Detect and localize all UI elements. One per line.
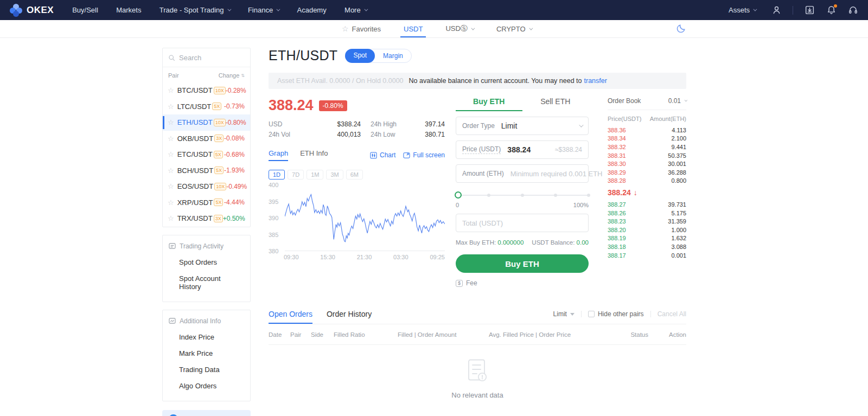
buy-sell-tabs: Buy ETH Sell ETH (456, 97, 589, 111)
market-stats: USD $388.24 24h High 397.14 24h Vol 400,… (269, 120, 445, 138)
change-sort-control[interactable]: Change⇅ (219, 72, 245, 79)
slider-max-label: 100% (573, 202, 589, 208)
order-book-bid-row[interactable]: 388.26 5.175 (608, 209, 686, 217)
sidebar-link[interactable]: Algo Orders (163, 375, 250, 391)
tab-order-history[interactable]: Order History (327, 310, 372, 324)
notifications-bell-icon[interactable] (826, 5, 837, 16)
margin-toggle-button[interactable]: Margin (375, 52, 411, 60)
pair-list-item[interactable]: ☆ ETC/USDT 5X -0.68% (163, 146, 250, 163)
order-type-select[interactable]: Order Type Limit (456, 117, 589, 135)
order-book-ask-row[interactable]: 388.36 4.113 (608, 126, 686, 135)
hide-other-pairs-checkbox[interactable]: Hide other pairs (588, 310, 644, 318)
time-range-button[interactable]: 1D (269, 170, 285, 180)
pair-list-item[interactable]: ☆ BCH/USDT 5X -1.93% (163, 163, 250, 179)
order-book-bid-row[interactable]: 388.27 39.731 (608, 200, 686, 209)
sidebar-link[interactable]: Spot Orders (163, 251, 250, 267)
favorites-tab[interactable]: ☆Favorites (342, 20, 381, 37)
fullscreen-link[interactable]: Full screen (403, 151, 445, 159)
spot-toggle-button[interactable]: Spot (345, 49, 375, 63)
order-book-bid-row[interactable]: 388.17 0.001 (608, 251, 686, 260)
order-filter-dropdown[interactable]: Limit (553, 310, 575, 318)
order-book-bid-row[interactable]: 388.23 31.359 (608, 217, 686, 226)
favorite-star-icon[interactable]: ☆ (168, 135, 174, 143)
sidebar-link[interactable]: Trading Data (163, 359, 250, 375)
search-input[interactable] (179, 54, 239, 62)
pair-list-item[interactable]: ☆ ETH/USDT 10X -0.80% (163, 114, 250, 131)
search-icon (168, 54, 175, 61)
order-book-ask-row[interactable]: 388.30 30.001 (608, 159, 686, 168)
favorite-star-icon[interactable]: ☆ (168, 182, 174, 190)
transfer-link[interactable]: transfer (584, 77, 607, 85)
pair-list-item[interactable]: ☆ TRX/USDT 3X +0.50% (163, 210, 250, 227)
amount-input[interactable] (510, 170, 606, 178)
total-input[interactable] (462, 219, 582, 227)
order-book-ask-row[interactable]: 388.29 36.288 (608, 168, 686, 177)
search-box[interactable] (163, 48, 250, 67)
topnav-item[interactable]: Finance (248, 6, 279, 14)
tab-open-orders[interactable]: Open Orders (269, 310, 312, 324)
tab-graph[interactable]: Graph (269, 149, 288, 161)
okex-logo[interactable]: OKEX (10, 4, 54, 17)
support-headset-icon[interactable] (847, 5, 858, 16)
price-field[interactable]: Price (USDT) 388.24 ≈$388.24 (456, 140, 589, 159)
change-percent: -1.93% (224, 167, 245, 174)
time-range-button[interactable]: 6M (346, 170, 363, 180)
order-book-ask-row[interactable]: 388.32 9.441 (608, 143, 686, 151)
market-tab[interactable]: USDⓈ (445, 20, 473, 37)
favorite-star-icon[interactable]: ☆ (168, 214, 174, 222)
tab-eth-info[interactable]: ETH Info (300, 149, 328, 161)
order-book-bid-row[interactable]: 388.20 1.000 (608, 226, 686, 234)
amount-percent-slider[interactable] (456, 191, 589, 199)
sidebar-link[interactable]: Mark Price (163, 342, 250, 359)
order-book-bid-row[interactable]: 388.19 1.632 (608, 234, 686, 243)
order-book-title: Order Book (608, 97, 641, 105)
pair-list-item[interactable]: ☆ BTC/USDT 10X -0.28% (163, 82, 250, 99)
time-range-button[interactable]: 1M (307, 170, 323, 180)
amount-field[interactable]: Amount (ETH) (456, 164, 589, 183)
topnav-item[interactable]: Buy/Sell (72, 6, 98, 14)
cancel-all-button[interactable]: Cancel All (658, 310, 686, 318)
order-book-last-price[interactable]: 388.24 ↓ (608, 188, 686, 197)
tab-buy-eth[interactable]: Buy ETH (456, 97, 522, 111)
time-range-button[interactable]: 7D (288, 170, 304, 180)
order-book-bid-row[interactable]: 388.18 3.088 (608, 242, 686, 251)
order-book-ask-row[interactable]: 388.31 50.375 (608, 151, 686, 160)
time-range-button[interactable]: 3M (326, 170, 343, 180)
buy-eth-button[interactable]: Buy ETH (456, 254, 589, 273)
night-mode-icon[interactable] (675, 23, 686, 34)
slider-handle[interactable] (455, 191, 462, 199)
pair-list-item[interactable]: ☆ EOS/USDT 10X -0.49% (163, 178, 250, 195)
assets-menu[interactable]: Assets (729, 6, 756, 14)
favorite-star-icon[interactable]: ☆ (168, 167, 174, 175)
orders-column-label: Status (592, 331, 648, 338)
order-book-ask-row[interactable]: 388.34 2.100 (608, 135, 686, 143)
pair-list-item[interactable]: ☆ OKB/USDT 3X -0.08% (163, 131, 250, 147)
topnav-item[interactable]: More (344, 6, 367, 14)
favorite-star-icon[interactable]: ☆ (168, 118, 174, 126)
user-account-icon[interactable] (771, 5, 782, 16)
favorite-star-icon[interactable]: ☆ (168, 86, 174, 94)
market-tab[interactable]: USDT (404, 20, 423, 37)
sidebar-link[interactable]: Spot Account History (163, 267, 250, 292)
join-telegram-banner[interactable]: Join Telegram Group (162, 410, 251, 416)
download-app-icon[interactable] (804, 5, 815, 16)
tab-sell-eth[interactable]: Sell ETH (522, 97, 589, 111)
market-tab[interactable]: CRYPTO (496, 20, 532, 37)
orders-column-label: Filled | Order Amount (398, 331, 489, 338)
price-input-value[interactable]: 388.24 (507, 145, 531, 154)
favorite-star-icon[interactable]: ☆ (168, 199, 174, 207)
topnav-item[interactable]: Academy (297, 6, 327, 14)
favorite-star-icon[interactable]: ☆ (168, 103, 174, 111)
fee-row[interactable]: $ Fee (456, 279, 589, 287)
pair-list-item[interactable]: ☆ XRP/USDT 5X -4.44% (163, 195, 250, 211)
total-field[interactable] (456, 214, 589, 232)
precision-dropdown[interactable]: 0.01 (668, 97, 686, 105)
pair-list-item[interactable]: ☆ LTC/USDT 5X -0.73% (163, 99, 250, 115)
favorite-star-icon[interactable]: ☆ (168, 150, 174, 158)
sidebar-link[interactable]: Index Price (163, 326, 250, 342)
order-book-ask-row[interactable]: 388.28 0.800 (608, 177, 686, 185)
price-column-label: Price(USDT) (608, 116, 641, 122)
topnav-item[interactable]: Markets (116, 6, 141, 14)
open-chart-link[interactable]: Chart (370, 151, 395, 159)
topnav-item[interactable]: Trade - Spot Trading (159, 6, 230, 14)
